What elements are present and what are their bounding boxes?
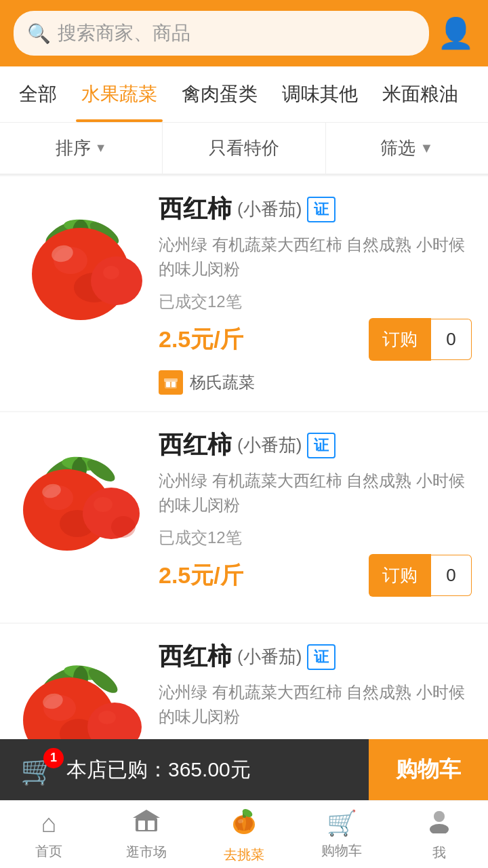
- category-seasoning[interactable]: 调味其他: [270, 66, 370, 122]
- sort-filter[interactable]: 排序 ▼: [0, 123, 163, 174]
- category-all[interactable]: 全部: [7, 66, 69, 122]
- order-group-1: 订购 0: [369, 318, 472, 361]
- store-row-1: 杨氏蔬菜: [159, 370, 472, 395]
- nav-cart[interactable]: 🛒 购物车: [293, 801, 390, 868]
- svg-point-37: [98, 711, 116, 724]
- order-button-1[interactable]: 订购: [369, 318, 431, 361]
- sort-arrow-icon: ▼: [95, 141, 107, 155]
- nav-home-label: 首页: [35, 842, 62, 861]
- nav-me-label: 我: [432, 844, 446, 862]
- price-1: 2.5元/斤: [159, 324, 243, 355]
- category-bar: 全部 水果蔬菜 禽肉蛋类 调味其他 米面粮油: [0, 66, 488, 123]
- svg-point-10: [103, 266, 119, 279]
- svg-point-9: [91, 256, 142, 305]
- product-main-name-3: 西红柿: [159, 640, 232, 673]
- cert-badge-2: 证: [307, 433, 336, 458]
- cart-icon-wrap: 🛒 1: [20, 753, 56, 787]
- price-row-1: 2.5元/斤 订购 0: [159, 318, 472, 361]
- screen-icon: ▼: [420, 140, 433, 156]
- screen-label: 筛选: [380, 136, 415, 160]
- cart-amount: 本店已购：365.00元: [66, 756, 251, 784]
- order-button-2[interactable]: 订购: [369, 554, 431, 597]
- user-icon[interactable]: 👤: [437, 16, 474, 51]
- nav-home[interactable]: ⌂ 首页: [0, 801, 98, 868]
- price-2: 2.5元/斤: [159, 560, 243, 591]
- shop-icon: [229, 806, 259, 842]
- svg-point-49: [434, 811, 445, 822]
- filter-bar: 排序 ▼ 只看特价 筛选 ▼: [0, 123, 488, 175]
- svg-rect-39: [138, 821, 145, 830]
- product-title-2: 西红柿 (小番茄) 证: [159, 429, 472, 462]
- svg-rect-13: [171, 382, 176, 387]
- order-group-2: 订购 0: [369, 554, 472, 597]
- cart-bar: 🛒 1 本店已购：365.00元 购物车: [0, 739, 488, 800]
- sold-count-1: 已成交12笔: [159, 291, 472, 313]
- product-title-3: 西红柿 (小番茄) 证: [159, 640, 472, 673]
- product-main-name-2: 西红柿: [159, 429, 232, 462]
- sold-count-2: 已成交12笔: [159, 527, 472, 549]
- product-card-2: 西红柿 (小番茄) 证 沁州绿 有机蔬菜大西红柿 自然成熟 小时候的味儿闵粉 已…: [0, 412, 488, 623]
- product-sub-name-3: (小番茄): [237, 645, 302, 669]
- svg-rect-14: [164, 378, 178, 382]
- cart-nav-icon: 🛒: [327, 809, 357, 837]
- cart-info[interactable]: 🛒 1 本店已购：365.00元: [0, 739, 369, 800]
- svg-rect-19: [77, 457, 82, 471]
- header: 🔍 搜索商家、商品 👤: [0, 0, 488, 66]
- svg-point-26: [111, 516, 136, 538]
- svg-rect-12: [166, 382, 170, 387]
- store-name-1: 杨氏蔬菜: [190, 372, 255, 393]
- nav-market-label: 逛市场: [126, 843, 167, 861]
- market-icon: [133, 808, 160, 839]
- search-bar[interactable]: 🔍 搜索商家、商品: [14, 11, 429, 56]
- product-main-name-1: 西红柿: [159, 193, 232, 226]
- nav-market[interactable]: 逛市场: [98, 801, 195, 868]
- sort-label: 排序: [56, 136, 91, 160]
- cert-badge-1: 证: [307, 197, 336, 222]
- order-qty-1[interactable]: 0: [431, 319, 472, 360]
- category-fruits[interactable]: 水果蔬菜: [69, 66, 169, 122]
- search-placeholder: 搜索商家、商品: [58, 20, 190, 46]
- store-icon-1: [159, 370, 183, 395]
- product-image-2: [16, 429, 145, 557]
- product-sub-name-2: (小番茄): [237, 433, 302, 457]
- price-row-2: 2.5元/斤 订购 0: [159, 554, 472, 597]
- cart-badge: 1: [43, 748, 64, 768]
- cert-badge-3: 证: [307, 644, 336, 670]
- product-card-1: 西红柿 (小番茄) 证 沁州绿 有机蔬菜大西红柿 自然成熟 小时候的味儿闵粉 已…: [0, 176, 488, 411]
- bottom-nav: ⌂ 首页 逛市场 去挑菜 🛒: [0, 800, 488, 868]
- product-info-1: 西红柿 (小番茄) 证 沁州绿 有机蔬菜大西红柿 自然成熟 小时候的味儿闵粉 已…: [159, 193, 472, 395]
- svg-point-25: [94, 497, 113, 512]
- search-icon: 🔍: [27, 22, 51, 45]
- order-qty-2[interactable]: 0: [431, 555, 472, 596]
- product-desc-1: 沁州绿 有机蔬菜大西红柿 自然成熟 小时候的味儿闵粉: [159, 233, 472, 281]
- product-sub-name-1: (小番茄): [237, 197, 302, 221]
- category-grains[interactable]: 米面粮油: [370, 66, 470, 122]
- svg-rect-31: [79, 666, 83, 679]
- nav-cart-label: 购物车: [321, 842, 362, 860]
- product-image-1: [16, 193, 145, 321]
- nav-shop-label: 去挑菜: [224, 846, 264, 864]
- product-desc-2: 沁州绿 有机蔬菜大西红柿 自然成熟 小时候的味儿闵粉: [159, 469, 472, 517]
- svg-point-48: [430, 824, 449, 833]
- special-price-filter[interactable]: 只看特价: [163, 123, 325, 174]
- product-desc-3: 沁州绿 有机蔬菜大西红柿 自然成熟 小时候的味儿闵粉: [159, 680, 472, 729]
- nav-me[interactable]: 我: [390, 801, 488, 868]
- nav-shop[interactable]: 去挑菜: [195, 801, 293, 868]
- me-icon: [426, 808, 452, 840]
- product-info-2: 西红柿 (小番茄) 证 沁州绿 有机蔬菜大西红柿 自然成熟 小时候的味儿闵粉 已…: [159, 429, 472, 606]
- svg-marker-41: [133, 810, 160, 818]
- home-icon: ⌂: [41, 809, 57, 838]
- screen-filter[interactable]: 筛选 ▼: [326, 123, 488, 174]
- special-price-label: 只看特价: [209, 136, 279, 160]
- product-title-1: 西红柿 (小番茄) 证: [159, 193, 472, 226]
- category-poultry[interactable]: 禽肉蛋类: [169, 66, 270, 122]
- svg-rect-40: [148, 821, 155, 830]
- cart-button[interactable]: 购物车: [369, 739, 488, 800]
